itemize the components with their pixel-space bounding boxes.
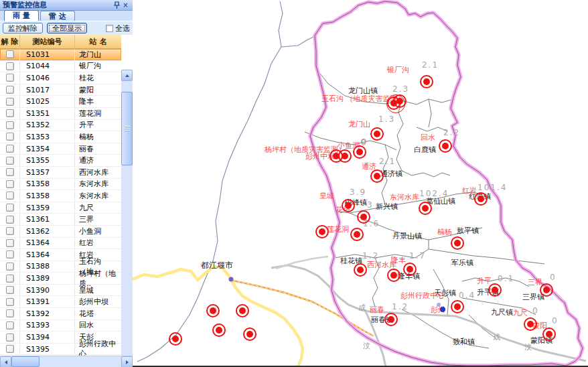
table-row[interactable]: S1390皇城: [0, 285, 121, 297]
warning-marker[interactable]: [350, 228, 364, 241]
table-row[interactable]: S1364红岩: [0, 238, 121, 250]
table-row[interactable]: S1044银厂沟: [0, 61, 121, 73]
warning-marker[interactable]: [206, 304, 220, 317]
warning-marker[interactable]: [354, 263, 367, 277]
warning-marker[interactable]: [488, 283, 502, 297]
scroll-up-button[interactable]: [121, 70, 133, 81]
warning-marker[interactable]: [540, 283, 553, 297]
town-label: 敖平镇: [457, 226, 479, 236]
warning-marker[interactable]: [342, 199, 355, 212]
release-checkbox[interactable]: [6, 121, 14, 129]
warning-marker[interactable]: [542, 327, 556, 341]
warning-marker[interactable]: [357, 210, 370, 224]
release-checkbox[interactable]: [6, 275, 14, 283]
table-row[interactable]: S1046桂花: [0, 72, 121, 84]
vertical-scrollbar[interactable]: [121, 70, 133, 367]
warning-marker[interactable]: [169, 332, 182, 346]
table-row[interactable]: S1392花塔: [0, 308, 121, 320]
pin-icon[interactable]: [113, 1, 121, 9]
warning-marker[interactable]: [212, 323, 226, 337]
station-label: 龙门山: [348, 119, 370, 129]
table-row[interactable]: S1389杨坪村（地质..: [0, 273, 121, 285]
horizontal-scrollbar[interactable]: [0, 356, 133, 367]
warning-marker[interactable]: [370, 127, 384, 141]
release-checkbox[interactable]: [6, 192, 14, 200]
table-row[interactable]: S1357西河水库: [0, 167, 121, 179]
table-row[interactable]: S1352升平: [0, 120, 121, 132]
table-row[interactable]: S1359九尺: [0, 202, 121, 214]
release-checkbox[interactable]: [6, 345, 14, 353]
table-row[interactable]: S1031龙门山: [0, 49, 121, 61]
release-checkbox[interactable]: [6, 239, 14, 247]
release-checkbox[interactable]: [6, 145, 14, 153]
table-row[interactable]: S1395彭州行政中心: [0, 344, 121, 356]
warning-marker[interactable]: [451, 236, 464, 250]
table-row[interactable]: S1362小鱼洞: [0, 226, 121, 238]
warning-marker[interactable]: [439, 139, 452, 153]
release-checkbox[interactable]: [6, 98, 14, 106]
warning-marker[interactable]: [524, 317, 537, 331]
release-checkbox[interactable]: [6, 74, 14, 82]
release-checkbox[interactable]: [6, 227, 14, 235]
header-station-id[interactable]: 测站编号: [20, 35, 75, 48]
release-checkbox[interactable]: [6, 133, 14, 141]
release-checkbox[interactable]: [6, 62, 14, 70]
warning-marker[interactable]: [236, 304, 249, 317]
release-checkbox[interactable]: [6, 298, 14, 306]
table-row[interactable]: S1351莲花洞: [0, 108, 121, 120]
warning-marker[interactable]: [420, 75, 433, 88]
warning-marker[interactable]: [384, 313, 398, 326]
select-all-checkbox[interactable]: [106, 25, 113, 32]
table-row[interactable]: S1353楠杨: [0, 131, 121, 143]
release-checkbox[interactable]: [6, 168, 14, 176]
table-row[interactable]: S1355通济: [0, 155, 121, 167]
release-checkbox[interactable]: [6, 216, 14, 224]
release-checkbox[interactable]: [6, 157, 14, 165]
header-station-name[interactable]: 站 名: [75, 35, 121, 48]
table-row[interactable]: S1025隆丰: [0, 96, 121, 108]
warning-marker[interactable]: [393, 94, 407, 108]
table-row[interactable]: S1358东河水库: [0, 190, 121, 202]
scroll-right-button[interactable]: [121, 356, 133, 367]
show-all-button[interactable]: 全部显示: [47, 23, 87, 33]
tab-radar[interactable]: 雷 达: [40, 11, 75, 21]
warning-marker[interactable]: [419, 202, 432, 215]
warning-marker[interactable]: [338, 149, 352, 163]
release-checkbox[interactable]: [6, 109, 14, 117]
table-row[interactable]: S1361三界: [0, 214, 121, 226]
warning-marker[interactable]: [403, 263, 417, 276]
release-checkbox[interactable]: [6, 250, 14, 259]
horizontal-scroll-thumb[interactable]: [11, 356, 40, 367]
map-area[interactable]: 银厂沟2.1玉石沟 （地质灾害监测）2.3龙门山1.3小鱼洞0杨坪村（地质灾害监…: [133, 0, 588, 366]
station-value: 0: [552, 316, 559, 325]
panel-toolbar: 监控解除 全部显示 全选: [0, 21, 133, 35]
table-row[interactable]: S1354丽春: [0, 143, 121, 155]
release-checkbox[interactable]: [6, 309, 14, 317]
table-row[interactable]: S1393回水: [0, 320, 121, 332]
warning-marker[interactable]: [243, 327, 256, 341]
table-row[interactable]: S1017蒙阳: [0, 84, 121, 96]
vertical-scroll-thumb[interactable]: [121, 92, 133, 165]
warning-marker[interactable]: [315, 225, 329, 238]
release-checkbox[interactable]: [6, 263, 14, 271]
warning-marker[interactable]: [387, 269, 400, 282]
release-checkbox[interactable]: [6, 286, 14, 294]
tab-rainfall[interactable]: 雨 量: [4, 10, 39, 21]
release-checkbox[interactable]: [6, 334, 14, 342]
release-checkbox[interactable]: [6, 204, 14, 212]
warning-marker[interactable]: [474, 192, 488, 206]
station-name-cell: 回水: [75, 320, 121, 332]
release-checkbox[interactable]: [6, 180, 14, 188]
warning-marker[interactable]: [353, 145, 366, 159]
warning-marker[interactable]: [451, 300, 464, 313]
release-checkbox[interactable]: [6, 50, 14, 58]
table-row[interactable]: S1391彭州中坝: [0, 296, 121, 308]
header-release[interactable]: 解 除: [0, 35, 20, 48]
scroll-left-button[interactable]: [0, 356, 11, 367]
release-checkbox[interactable]: [6, 86, 14, 94]
release-checkbox[interactable]: [6, 321, 14, 329]
table-row[interactable]: S1358东河水库: [0, 179, 121, 191]
close-icon[interactable]: ×: [121, 1, 130, 9]
warning-marker[interactable]: [370, 169, 384, 183]
release-monitor-button[interactable]: 监控解除: [3, 23, 43, 33]
